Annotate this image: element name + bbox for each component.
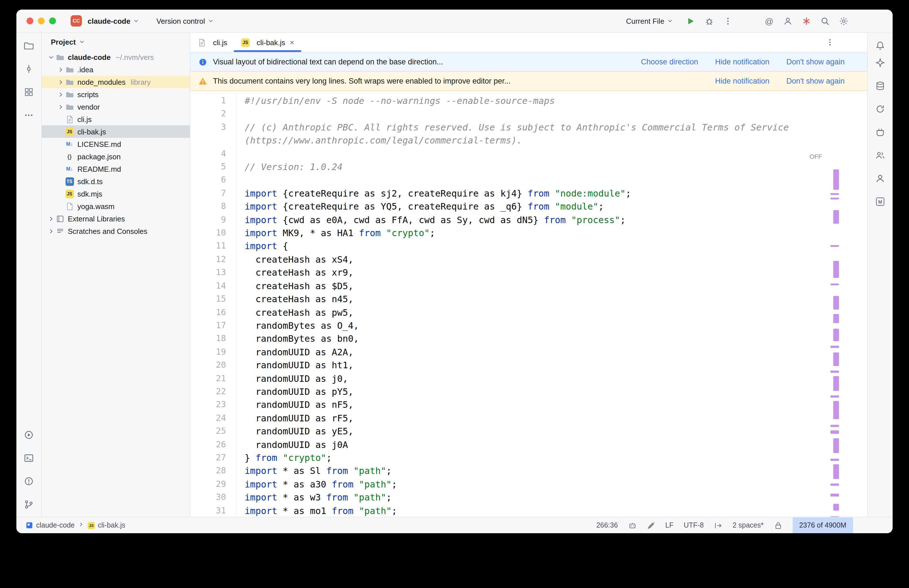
version-control-menu[interactable]: Version control bbox=[153, 15, 218, 27]
line-number[interactable]: 16 bbox=[191, 306, 237, 319]
line-number[interactable]: 23 bbox=[191, 399, 237, 412]
line-number[interactable]: 1 bbox=[191, 94, 237, 108]
line-number[interactable]: 14 bbox=[191, 279, 237, 292]
structure-icon[interactable] bbox=[21, 85, 36, 99]
line-number[interactable]: 4 bbox=[191, 147, 237, 160]
bot-icon[interactable] bbox=[628, 521, 636, 530]
version-control-icon[interactable] bbox=[21, 497, 36, 512]
tree-item-cli-js[interactable]: cli.js bbox=[42, 113, 190, 125]
code-line[interactable]: 20 randomUUID as ht1, bbox=[191, 359, 867, 372]
tree-item-sdk-d-ts[interactable]: TSsdk.d.ts bbox=[42, 175, 190, 187]
chevron-right-icon[interactable] bbox=[56, 90, 65, 99]
chevron-down-icon[interactable] bbox=[46, 53, 55, 61]
code-line[interactable]: 2 bbox=[191, 108, 867, 121]
chevron-right-icon[interactable] bbox=[56, 78, 65, 86]
banner-link-don-t-show-again[interactable]: Don't show again bbox=[786, 77, 844, 85]
code-line[interactable]: 29import * as a30 from "path"; bbox=[191, 478, 867, 491]
run-icon[interactable] bbox=[686, 16, 696, 26]
code-line[interactable]: 21 randomUUID as j0, bbox=[191, 372, 867, 385]
line-number[interactable]: 9 bbox=[191, 213, 237, 226]
tree-item-license-md[interactable]: M↓LICENSE.md bbox=[42, 138, 190, 150]
notifications-icon[interactable] bbox=[873, 39, 888, 53]
line-number[interactable]: 7 bbox=[191, 187, 237, 200]
project-menu[interactable]: claude-code bbox=[84, 15, 143, 27]
banner-link-choose-direction[interactable]: Choose direction bbox=[641, 58, 698, 66]
collaboration-icon[interactable] bbox=[873, 148, 888, 163]
tree-item-readme-md[interactable]: M↓README.md bbox=[42, 163, 190, 175]
banner-link-don-t-show-again[interactable]: Don't show again bbox=[786, 58, 844, 66]
readonly-icon[interactable] bbox=[647, 521, 655, 530]
code-line[interactable]: 24 randomUUID as rF5, bbox=[191, 412, 867, 425]
code-line[interactable]: 11import { bbox=[191, 240, 867, 253]
line-number[interactable]: 3 bbox=[191, 121, 237, 147]
line-number[interactable]: 31 bbox=[191, 504, 237, 517]
code-line[interactable]: 14 createHash as $D5, bbox=[191, 279, 867, 292]
code-line[interactable]: 3// (c) Anthropic PBC. All rights reserv… bbox=[191, 121, 867, 147]
line-number[interactable]: 20 bbox=[191, 359, 237, 372]
commit-icon[interactable] bbox=[21, 61, 36, 76]
chevron-right-icon[interactable] bbox=[56, 102, 65, 111]
breadcrumb-item-cli-bak-js[interactable]: JScli-bak.js bbox=[87, 521, 125, 529]
tab-cli-js[interactable]: cli.js bbox=[191, 33, 234, 52]
code-line[interactable]: 4 bbox=[191, 147, 867, 160]
line-number[interactable]: 24 bbox=[191, 412, 237, 425]
code-line[interactable]: 28import * as Sl from "path"; bbox=[191, 465, 867, 478]
code-line[interactable]: 31import * as mo1 from "path"; bbox=[191, 504, 867, 517]
maven-icon[interactable]: M bbox=[873, 194, 888, 209]
code-line[interactable]: 1#!/usr/bin/env -S node --no-warnings --… bbox=[191, 94, 867, 108]
breadcrumb-item-claude-code[interactable]: claude-code bbox=[26, 521, 74, 529]
plugins-icon[interactable] bbox=[873, 125, 888, 139]
indent-icon[interactable] bbox=[714, 521, 722, 530]
line-number[interactable]: 15 bbox=[191, 292, 237, 306]
minimize-window-button[interactable] bbox=[38, 18, 45, 24]
code-line[interactable]: 7import {createRequire as sj2, createReq… bbox=[191, 187, 867, 200]
services-icon[interactable] bbox=[21, 428, 36, 442]
ai-mention-icon[interactable]: @ bbox=[764, 16, 774, 26]
code-line[interactable]: 10import MK9, * as HA1 from "crypto"; bbox=[191, 226, 867, 240]
code-line[interactable]: 25 randomUUID as yE5, bbox=[191, 425, 867, 438]
lock-icon[interactable] bbox=[774, 521, 782, 530]
line-number[interactable]: 19 bbox=[191, 346, 237, 359]
line-number[interactable]: 22 bbox=[191, 385, 237, 399]
line-number[interactable]: 11 bbox=[191, 240, 237, 253]
tree-item-node-modules[interactable]: node_moduleslibrary bbox=[42, 76, 190, 88]
line-number[interactable]: 27 bbox=[191, 451, 237, 465]
line-number[interactable]: 8 bbox=[191, 200, 237, 213]
line-number[interactable]: 17 bbox=[191, 319, 237, 333]
zoom-window-button[interactable] bbox=[49, 18, 56, 24]
chevron-right-icon[interactable] bbox=[46, 214, 55, 223]
line-number[interactable]: 25 bbox=[191, 425, 237, 438]
tree-item-claude-code[interactable]: claude-code~/.nvm/vers bbox=[42, 51, 190, 63]
code-line[interactable]: 30import * as w3 from "path"; bbox=[191, 491, 867, 504]
encoding[interactable]: UTF-8 bbox=[684, 521, 704, 529]
line-number[interactable]: 13 bbox=[191, 267, 237, 279]
code-line[interactable]: 9import {cwd as e0A, cwd as FfA, cwd as … bbox=[191, 213, 867, 226]
user-profile-icon[interactable] bbox=[783, 16, 793, 26]
tree-item-idea[interactable]: .idea bbox=[42, 63, 190, 76]
profile-icon[interactable] bbox=[873, 171, 888, 186]
line-number[interactable]: 18 bbox=[191, 333, 237, 346]
code-line[interactable]: 16 createHash as pw5, bbox=[191, 306, 867, 319]
ai-assistant-icon[interactable] bbox=[873, 55, 888, 70]
code-line[interactable]: 8import {createRequire as YQ5, createReq… bbox=[191, 200, 867, 213]
line-number[interactable]: 28 bbox=[191, 465, 237, 478]
project-icon[interactable] bbox=[21, 39, 36, 53]
banner-link-hide-notification[interactable]: Hide notification bbox=[715, 77, 769, 85]
indent-config[interactable]: 2 spaces* bbox=[733, 521, 764, 529]
tab-options-icon[interactable] bbox=[825, 38, 835, 47]
line-ending[interactable]: LF bbox=[665, 521, 673, 529]
breadcrumb[interactable]: claude-codeJScli-bak.js bbox=[16, 521, 125, 529]
chevron-right-icon[interactable] bbox=[46, 226, 55, 236]
line-number[interactable]: 12 bbox=[191, 253, 237, 267]
code-line[interactable]: 27} from "crypto"; bbox=[191, 451, 867, 465]
run-configuration-select[interactable]: Current File bbox=[623, 15, 677, 27]
tree-item-sdk-mjs[interactable]: JSsdk.mjs bbox=[42, 187, 190, 200]
caret-position[interactable]: 266:36 bbox=[596, 521, 618, 529]
project-panel-header[interactable]: Project bbox=[42, 33, 190, 51]
line-number[interactable]: 26 bbox=[191, 438, 237, 451]
memory-indicator[interactable]: 2376 of 4900M bbox=[792, 517, 853, 533]
debug-icon[interactable] bbox=[704, 16, 714, 26]
editor-scrollbar[interactable] bbox=[830, 147, 840, 513]
tab-cli-bak-js[interactable]: JScli-bak.js× bbox=[234, 33, 301, 52]
close-window-button[interactable] bbox=[27, 18, 33, 24]
